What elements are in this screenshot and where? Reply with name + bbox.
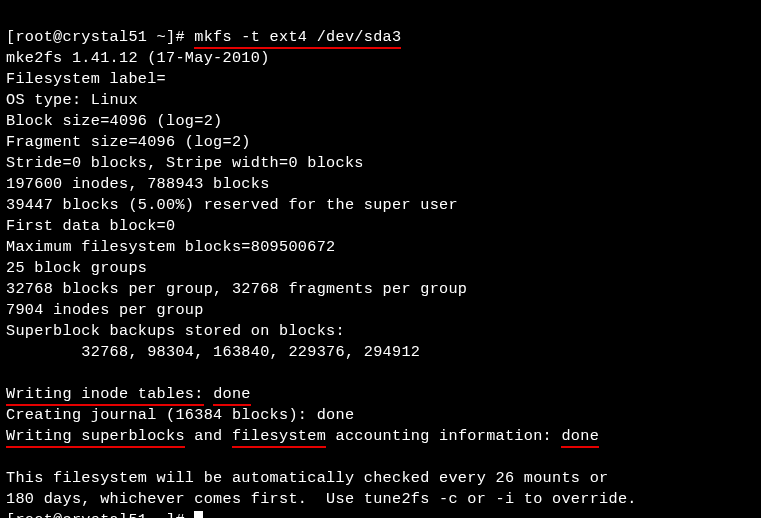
- line-prompt-1: [root@crystal51 ~]# mkfs -t ext4 /dev/sd…: [6, 28, 401, 49]
- inode-text: Writing inode tables:: [6, 385, 204, 406]
- shell-prompt: [root@crystal51 ~]#: [6, 28, 194, 46]
- inode-done: done: [213, 385, 251, 406]
- out-line: 180 days, whichever comes first. Use tun…: [6, 490, 637, 508]
- sb-done: done: [561, 427, 599, 448]
- out-line: Fragment size=4096 (log=2): [6, 133, 251, 151]
- out-line: First data block=0: [6, 217, 175, 235]
- out-line: OS type: Linux: [6, 91, 138, 109]
- space: [204, 385, 213, 403]
- out-line: 39447 blocks (5.00%) reserved for the su…: [6, 196, 458, 214]
- sb-mid: and: [185, 427, 232, 445]
- out-line: 7904 inodes per group: [6, 301, 204, 319]
- out-line: Filesystem label=: [6, 70, 166, 88]
- sb-mid2: accounting information:: [326, 427, 561, 445]
- out-line: Creating journal (16384 blocks): done: [6, 406, 354, 424]
- out-line-inode: Writing inode tables: done: [6, 385, 251, 406]
- out-line: Superblock backups stored on blocks:: [6, 322, 345, 340]
- cursor-icon: [194, 511, 203, 518]
- out-line: 32768, 98304, 163840, 229376, 294912: [6, 343, 420, 361]
- out-line: Stride=0 blocks, Stripe width=0 blocks: [6, 154, 364, 172]
- shell-prompt: [root@crystal51 ~]#: [6, 511, 194, 518]
- out-line-superblocks: Writing superblocks and filesystem accou…: [6, 427, 599, 448]
- command: mkfs -t ext4 /dev/sda3: [194, 28, 401, 49]
- out-line: Maximum filesystem blocks=809500672: [6, 238, 336, 256]
- out-line: Block size=4096 (log=2): [6, 112, 223, 130]
- out-line: mke2fs 1.41.12 (17-May-2010): [6, 49, 270, 67]
- out-line: 197600 inodes, 788943 blocks: [6, 175, 270, 193]
- sb-a: Writing superblocks: [6, 427, 185, 448]
- out-line: 32768 blocks per group, 32768 fragments …: [6, 280, 467, 298]
- terminal-output: [root@crystal51 ~]# mkfs -t ext4 /dev/sd…: [0, 0, 761, 518]
- out-line: This filesystem will be automatically ch…: [6, 469, 609, 487]
- out-line: 25 block groups: [6, 259, 147, 277]
- line-prompt-2[interactable]: [root@crystal51 ~]#: [6, 511, 203, 518]
- sb-b: filesystem: [232, 427, 326, 448]
